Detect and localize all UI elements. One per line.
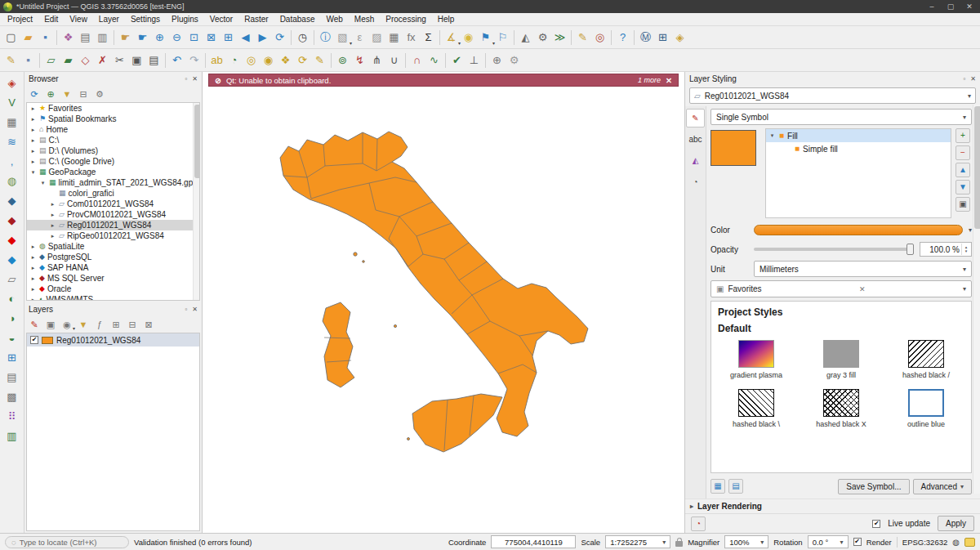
expand-arrow-icon[interactable]: ▸ (29, 297, 37, 302)
open-project-button[interactable]: ▰ (20, 29, 37, 47)
add-vector-layer-button[interactable]: V (2, 93, 22, 112)
remove-symbol-layer-button[interactable]: − (956, 145, 970, 160)
toolbar-button[interactable] (114, 30, 114, 45)
layer-item[interactable]: ✔ Reg01012021_WGS84 (27, 333, 199, 347)
expand-arrow-icon[interactable]: ▸ (49, 201, 56, 208)
toolbar-button[interactable] (439, 30, 440, 45)
layer-diagram-button[interactable]: ◔ (225, 51, 243, 69)
open-data-source-manager-button[interactable]: ◈ (2, 74, 22, 92)
move-symbol-layer-down-button[interactable]: ▼ (956, 180, 970, 195)
color-button[interactable] (754, 225, 963, 235)
redo-button[interactable]: ↷ (185, 51, 203, 69)
lock-scale-icon[interactable] (675, 541, 683, 547)
messages-log-icon[interactable] (964, 538, 975, 547)
toggle-editing-button[interactable]: ✎ (2, 51, 20, 69)
style-item[interactable]: hashed black \ (718, 385, 795, 432)
undock-panel-icon[interactable]: ▫ (963, 75, 965, 83)
measure-button[interactable]: ∡ ▾ (443, 29, 460, 47)
toolbar-button[interactable] (165, 53, 166, 68)
toolbar-button[interactable] (331, 53, 332, 68)
close-panel-icon[interactable]: ✕ (192, 306, 198, 313)
message-bar-close-icon[interactable]: ✕ (666, 76, 672, 85)
toolbar-button[interactable] (291, 30, 292, 45)
add-xyz-layer-button[interactable]: ▤ (2, 368, 22, 387)
zoom-out-button[interactable]: ⊖ (168, 29, 185, 47)
toolbar-button[interactable] (514, 30, 514, 45)
metasearch-button[interactable]: Ⓜ (637, 29, 654, 47)
add-raster-layer-button[interactable]: ▦ (2, 113, 22, 132)
plugin-tools-button[interactable]: ⚙ (506, 51, 523, 69)
locate-search-input[interactable]: ◌ Type to locate (Ctrl+K) (5, 536, 129, 548)
menu-item[interactable]: Settings (125, 14, 166, 25)
crs-globe-icon[interactable]: ◍ (952, 538, 960, 547)
expand-arrow-icon[interactable]: ▸ (29, 254, 37, 261)
close-panel-icon[interactable]: ✕ (970, 75, 976, 83)
expand-arrow-icon[interactable]: ▸ (29, 244, 37, 250)
expand-arrow-icon[interactable]: ▸ (49, 212, 56, 218)
add-symbol-layer-button[interactable]: + (956, 128, 970, 143)
expand-arrow-icon[interactable]: ▸ (49, 233, 56, 239)
browser-tree-item[interactable]: ▸ ★ Favorites (27, 103, 199, 114)
refresh-browser-button[interactable]: ⟳ (27, 87, 42, 101)
highlight-labels-button[interactable]: ◉ (260, 51, 277, 69)
cut-features-button[interactable]: ✂ (111, 51, 128, 69)
list-view-button[interactable]: ▤ (728, 479, 743, 494)
chevron-down-icon[interactable]: ▾ (969, 226, 972, 234)
menu-item[interactable]: Web (320, 14, 348, 25)
osm-search-button[interactable]: ◎ (591, 29, 608, 47)
browser-tree-item[interactable]: ▸ ▱ ProvCM01012021_WGS84 (27, 209, 199, 220)
scale-select[interactable]: 1:7252275▾ (605, 535, 670, 548)
browser-tree-item[interactable]: ▸ ▤ C:\ (27, 135, 199, 145)
tab-history[interactable]: ◔ (686, 172, 705, 191)
browser-tree-item[interactable]: ▸ ◍ SpatiaLite (27, 241, 199, 252)
new-bookmark-button[interactable]: ⚑ ▾ (477, 29, 494, 47)
menu-item[interactable]: Project (2, 14, 38, 25)
menu-item[interactable]: Raster (238, 14, 274, 25)
style-item[interactable]: hashed black X (803, 385, 880, 432)
hub-plugin-button[interactable]: ◈ (671, 29, 688, 47)
browser-tree-item[interactable]: ▸ ▱ Reg01012021_WGS84 (27, 220, 199, 230)
deselect-features-button[interactable]: ▨ (368, 29, 385, 47)
filter-browser-button[interactable]: ▼ (60, 87, 74, 101)
georeferencer-button[interactable]: ⊕ (488, 51, 506, 69)
apply-button[interactable]: Apply (938, 516, 974, 531)
close-panel-icon[interactable]: ✕ (192, 75, 198, 83)
new-project-button[interactable]: ▢ (2, 29, 20, 47)
expand-arrow-icon[interactable]: ▾ (29, 169, 37, 176)
zoom-in-button[interactable]: ⊕ (151, 29, 168, 47)
browser-tree-item[interactable]: ▸ ◆ PostgreSQL (27, 252, 199, 262)
save-symbol-button[interactable]: Save Symbol... (838, 479, 909, 494)
style-item[interactable]: hashed black / (888, 336, 964, 383)
layout-manager-button[interactable]: ▥ (94, 29, 111, 47)
expand-arrow-icon[interactable]: ▸ (29, 116, 37, 123)
expand-arrow-icon[interactable]: ▸ (29, 148, 37, 154)
menu-item[interactable]: Layer (93, 14, 125, 25)
expand-arrow-icon[interactable]: ▸ (690, 503, 693, 510)
menu-item[interactable]: Processing (380, 14, 431, 25)
tab-labels[interactable]: abc (686, 130, 705, 149)
undock-panel-icon[interactable]: ▫ (185, 306, 187, 313)
zoom-full-button[interactable]: ⊡ (185, 29, 203, 47)
delete-selected-button[interactable]: ✗ (94, 51, 111, 69)
digitize-segment-button[interactable]: ▱ (42, 51, 60, 69)
opacity-slider[interactable] (754, 248, 914, 251)
move-label-button[interactable]: ❖ (277, 51, 294, 69)
add-arcgis-rest-layer-button[interactable]: ⊞ (2, 348, 22, 367)
browser-tree-item[interactable]: ▸ ◆ Oracle (27, 284, 199, 294)
expand-arrow-icon[interactable]: ▸ (49, 222, 56, 229)
expand-all-button[interactable]: ⊞ (109, 318, 123, 332)
save-layer-edits-button[interactable]: ▪ (20, 51, 37, 69)
zoom-next-button[interactable]: ▶ (254, 29, 271, 47)
close-button[interactable]: ✕ (962, 2, 977, 11)
icon-view-button[interactable]: ▦ (710, 479, 725, 494)
grid-plugin-button[interactable]: ⊞ (654, 29, 671, 47)
magnifier-spinbox[interactable]: 100%▾ (724, 535, 768, 548)
add-group-button[interactable]: ▣ (43, 318, 58, 332)
field-calculator-button[interactable]: fx (403, 29, 420, 47)
collapse-all-button[interactable]: ⊟ (76, 87, 91, 101)
advanced-digitizing-button[interactable]: ⊚ (334, 51, 351, 69)
add-oracle-layer-button[interactable]: ◆ (2, 230, 22, 249)
style-item[interactable]: gradient plasma (718, 336, 795, 383)
move-symbol-layer-up-button[interactable]: ▲ (956, 163, 970, 177)
vertex-tool-button[interactable]: ◇ (77, 51, 94, 69)
